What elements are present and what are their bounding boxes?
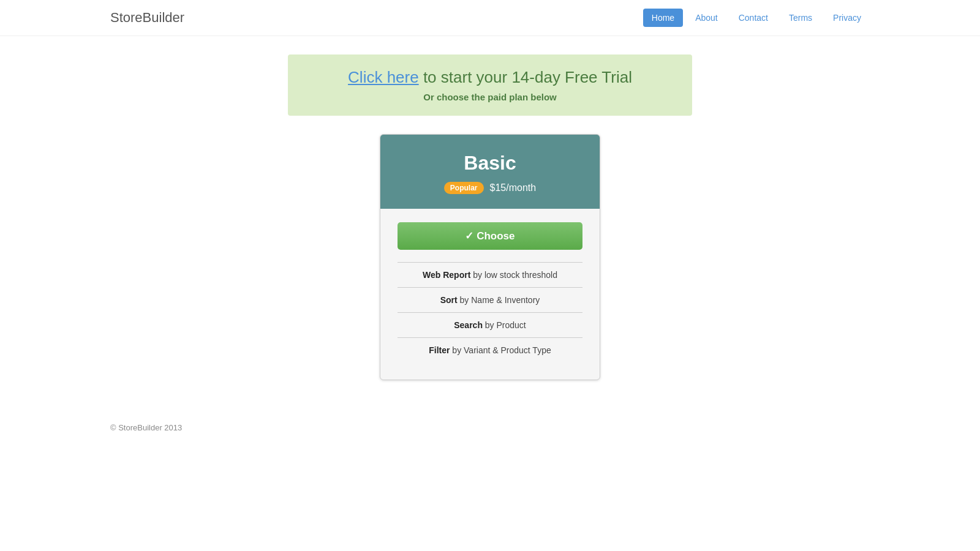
feature-web-report: Web Report by low stock threshold [398,262,582,287]
feature-rest-3: by Product [483,320,526,330]
feature-sort: Sort by Name & Inventory [398,287,582,312]
feature-rest-4: by Variant & Product Type [450,345,551,355]
feature-rest-1: by low stock threshold [470,270,557,280]
plan-name: Basic [393,152,587,174]
nav-home[interactable]: Home [643,9,683,27]
nav-about[interactable]: About [687,9,726,27]
popular-badge: Popular [444,182,484,194]
plan-price: $15/month [490,182,537,193]
plan-card-header: Basic Popular $15/month [380,135,600,209]
feature-filter: Filter by Variant & Product Type [398,337,582,362]
plan-pricing: Popular $15/month [393,182,587,194]
nav-privacy[interactable]: Privacy [824,9,870,27]
feature-bold-3: Search [454,320,483,330]
nav-contact[interactable]: Contact [730,9,777,27]
feature-bold-4: Filter [429,345,450,355]
feature-bold-1: Web Report [423,270,470,280]
feature-list: Web Report by low stock threshold Sort b… [398,262,582,362]
plan-card: Basic Popular $15/month ✓ Choose Web Rep… [380,134,600,380]
banner-title: Click here to start your 14-day Free Tri… [306,68,674,87]
nav-links: Home About Contact Terms Privacy [643,9,870,27]
plan-card-body: ✓ Choose Web Report by low stock thresho… [380,209,600,380]
feature-rest-2: by Name & Inventory [458,295,540,305]
choose-button[interactable]: ✓ Choose [398,222,582,250]
banner-text: to start your 14-day Free Trial [419,68,632,86]
feature-bold-2: Sort [440,295,458,305]
app-logo: StoreBuilder [110,10,184,26]
feature-search: Search by Product [398,312,582,337]
promo-banner: Click here to start your 14-day Free Tri… [288,54,692,116]
banner-subtitle: Or choose the paid plan below [306,92,674,102]
nav-terms[interactable]: Terms [780,9,821,27]
footer-copyright: © StoreBuilder 2013 [110,423,182,432]
plan-card-wrapper: Basic Popular $15/month ✓ Choose Web Rep… [0,134,980,380]
free-trial-link[interactable]: Click here [348,68,419,86]
